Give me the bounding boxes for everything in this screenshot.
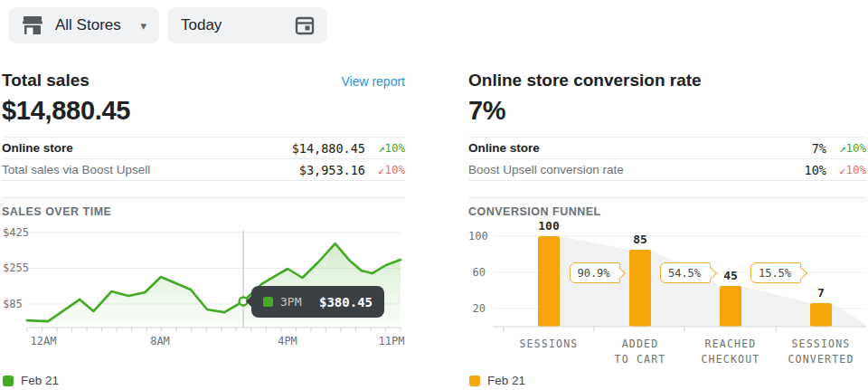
funnel-bar-value: 7 [817, 286, 825, 300]
metric-value: 10% [805, 163, 826, 177]
panel-title-conversion-rate: Online store conversion rate [468, 71, 702, 90]
metric-label: Boost Upsell conversion rate [468, 163, 624, 176]
section-title-sales-over-time: SALES OVER TIME [2, 197, 405, 218]
y-axis-label: 100 [468, 230, 486, 243]
funnel-category-label: REACHED [705, 338, 757, 350]
line-chart-svg [0, 217, 416, 353]
funnel-category-label: TO CART [615, 353, 666, 366]
funnel-bar-value: 100 [538, 219, 559, 233]
tooltip-series-swatch [263, 297, 273, 307]
panel-title-total-sales: Total sales [2, 71, 90, 90]
metric-value: $14,880.45 [292, 141, 365, 156]
funnel-chart-legend: Feb 21 [469, 374, 525, 387]
conversion-breakdown: Online store 7% ↗10% Boost Upsell conver… [468, 137, 866, 181]
conversion-funnel-chart[interactable]: Feb 21 1006020100SESSIONS85ADDEDTO CART4… [468, 217, 868, 390]
tooltip-time: 3PM [280, 295, 301, 309]
section-title-conversion-funnel: CONVERSION FUNNEL [468, 197, 866, 218]
funnel-bar-value: 85 [633, 233, 647, 246]
y-axis-label: $255 [3, 262, 29, 274]
funnel-category-label: ADDED [622, 338, 659, 350]
total-sales-value: $14,880.45 [2, 96, 130, 126]
y-axis-label: 60 [468, 266, 486, 279]
x-axis-label: 11PM [379, 335, 405, 347]
y-axis-label: 20 [468, 302, 486, 315]
metric-value: $3,953.16 [299, 163, 365, 177]
funnel-percent-badge: 90.9% [569, 262, 619, 283]
chart-tooltip: 3PM $380.45 [251, 286, 384, 318]
x-axis-label: 8AM [150, 335, 170, 347]
tooltip-value: $380.45 [319, 295, 373, 309]
legend-swatch-green [3, 376, 14, 386]
metric-row: Online store $14,880.45 ↗10% [2, 137, 405, 158]
funnel-percent-badge: 54.5% [660, 262, 711, 283]
funnel-chart-svg [468, 217, 868, 353]
line-chart-legend: Feb 21 [3, 374, 59, 387]
y-axis-label: $425 [3, 226, 29, 239]
metric-delta-down: ↙10% [826, 163, 866, 176]
metric-row: Boost Upsell conversion rate 10% ↙10% [468, 158, 866, 180]
tooltip-tail [246, 295, 252, 308]
total-sales-breakdown: Online store $14,880.45 ↗10% Total sales… [2, 137, 405, 181]
x-axis-label: 4PM [278, 335, 297, 347]
legend-swatch-orange [469, 376, 480, 386]
funnel-category-label: SESSIONS [520, 338, 579, 350]
legend-label: Feb 21 [21, 374, 59, 387]
metric-label: Online store [2, 141, 73, 155]
metric-delta-up: ↗10% [826, 141, 866, 155]
x-axis-label: 12AM [31, 335, 57, 347]
metric-value: 7% [812, 141, 826, 156]
metric-row: Online store 7% ↗10% [468, 137, 866, 158]
metric-label: Total sales via Boost Upsell [2, 163, 150, 176]
funnel-bar-value: 45 [723, 269, 738, 282]
y-axis-label: $85 [3, 298, 23, 310]
funnel-category-label: SESSIONS [792, 338, 851, 350]
sales-over-time-chart[interactable]: 3PM $380.45 Feb 21 $425$255$8512AM8AM4PM… [0, 217, 416, 390]
metric-delta-up: ↗10% [365, 141, 405, 155]
funnel-category-label: CONVERTED [788, 353, 854, 366]
view-report-link[interactable]: View report [341, 74, 405, 89]
legend-label: Feb 21 [487, 374, 525, 387]
metric-label: Online store [468, 141, 540, 155]
metric-row: Total sales via Boost Upsell $3,953.16 ↙… [2, 158, 405, 180]
metric-delta-down: ↙10% [365, 163, 405, 176]
funnel-percent-badge: 15.5% [750, 262, 801, 283]
funnel-category-label: CHECKOUT [702, 353, 760, 366]
conversion-rate-value: 7% [468, 96, 505, 126]
